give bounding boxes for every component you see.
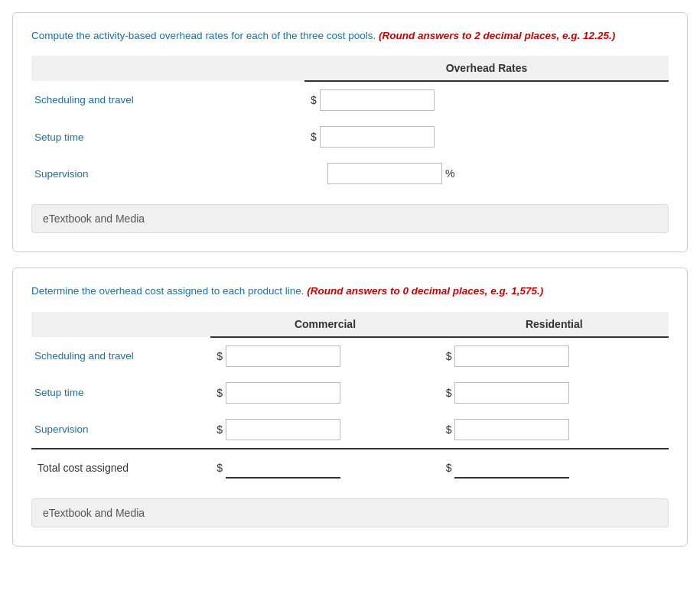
section2-table: Commercial Residential Scheduling and tr… [31,312,669,486]
row2-supervision-commercial-cell: $ [210,411,439,449]
dollar-sign-total-c: $ [217,462,223,474]
total-cost-label: Total cost assigned [31,449,210,486]
section1-etextbook-bar: eTextbook and Media [31,204,669,233]
section1-instruction: Compute the activity-based overhead rate… [31,28,669,44]
row-scheduling-label: Scheduling and travel [31,81,304,118]
section1-card: Compute the activity-based overhead rate… [12,12,688,252]
section2-etextbook-bar: eTextbook and Media [31,498,669,527]
supervision-commercial-input[interactable] [226,419,340,440]
dollar-sign-s2-r2: $ [446,387,452,399]
scheduling-commercial-input[interactable] [226,346,340,367]
row2-scheduling-label: Scheduling and travel [31,337,210,375]
total-residential-cell: $ [440,449,669,486]
section1-header-rates: Overhead Rates [304,56,669,81]
section2-card: Determine the overhead cost assigned to … [12,268,688,546]
setup-commercial-input[interactable] [226,382,340,404]
table-row: Setup time $ $ [31,375,669,411]
supervision-rate-input[interactable] [327,163,442,184]
section2-header-label-col [31,312,210,337]
total-residential-input[interactable] [454,457,569,479]
row-setup-label: Setup time [31,118,304,155]
section2-header-commercial: Commercial [210,312,439,337]
row-supervision-label: Supervision [31,155,304,192]
section2-round-note: (Round answers to 0 decimal places, e.g.… [307,285,543,297]
row2-setup-commercial-cell: $ [210,375,439,411]
row2-supervision-residential-cell: $ [440,411,669,449]
section2-header-row: Commercial Residential [31,312,669,337]
total-commercial-input[interactable] [226,457,340,479]
percent-sign: % [445,167,454,180]
row2-scheduling-commercial-cell: $ [210,337,439,375]
dollar-sign-s2-c3: $ [217,423,223,436]
supervision-residential-input[interactable] [454,419,569,440]
section2-header-residential: Residential [440,312,669,337]
dollar-sign-total-r: $ [446,462,452,474]
section1-header-row: Overhead Rates [31,56,669,81]
table-row: Scheduling and travel $ $ [31,337,669,375]
setup-time-rate-input[interactable] [320,126,435,148]
row-scheduling-input-cell: $ [304,81,669,118]
row2-scheduling-residential-cell: $ [440,337,669,375]
table-row: Supervision $ $ [31,411,669,449]
dollar-sign-1: $ [311,94,317,106]
dollar-sign-2: $ [311,131,317,143]
section2-instruction: Determine the overhead cost assigned to … [31,284,669,299]
row2-supervision-label: Supervision [31,411,210,449]
row2-setup-residential-cell: $ [440,375,669,411]
total-cost-row: Total cost assigned $ $ [31,449,669,486]
row2-setup-label: Setup time [31,375,210,411]
row-setup-input-cell: $ [304,118,669,155]
section1-instruction-main: Compute the activity-based overhead rate… [31,30,376,41]
dollar-sign-s2-c2: $ [217,387,223,399]
scheduling-residential-input[interactable] [454,346,569,367]
dollar-sign-s2-r3: $ [446,423,452,436]
dollar-sign-s2-r1: $ [446,350,452,362]
total-commercial-cell: $ [210,449,439,486]
setup-residential-input[interactable] [454,382,569,404]
table-row: Scheduling and travel $ [31,81,669,118]
row-supervision-input-cell: % [304,155,669,192]
section1-round-note: (Round answers to 2 decimal places, e.g.… [379,30,615,41]
scheduling-travel-rate-input[interactable] [320,89,435,111]
dollar-sign-s2-c1: $ [217,350,223,362]
table-row: Setup time $ [31,118,669,155]
section1-table: Overhead Rates Scheduling and travel $ S… [31,56,669,192]
table-row: Supervision % [31,155,669,192]
section2-instruction-main: Determine the overhead cost assigned to … [31,285,304,297]
section1-header-label-col [31,56,304,81]
